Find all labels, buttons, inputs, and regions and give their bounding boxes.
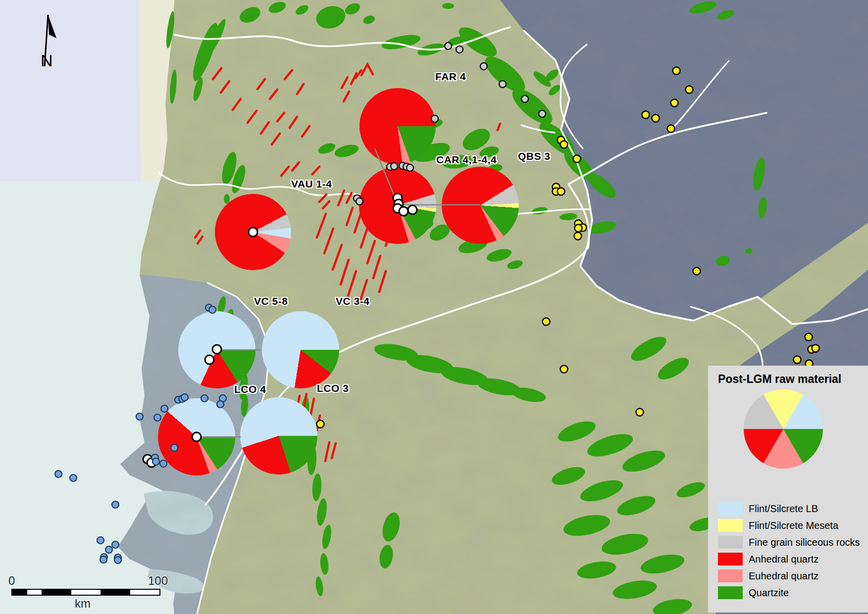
blue-site-dot [161,405,168,412]
north-arrow: N [35,11,64,73]
legend-item-anhedral: Anhedral quartz [718,551,862,567]
blue-site-dot [100,556,107,563]
legend-item-euhedral: Euhedral quartz [718,567,862,584]
yellow-site-dot [317,421,324,428]
scale-segment [27,590,42,595]
yellow-site-dot [667,125,675,133]
blue-site-dot [55,471,62,477]
yellow-site-dot [805,333,813,341]
yellow-site-dot [652,115,660,122]
yellow-site-dot [636,409,644,416]
yellow-site-dot [558,188,565,195]
yellow-site-dot [794,356,801,364]
scale-bar-segments [11,589,160,596]
legend-swatch-quartzite [718,586,743,599]
scale-end-label: 100 [148,574,168,588]
scale-segment [101,590,130,595]
scale-bar: 0 100 km [11,574,170,612]
legend-swatch-flint_lb [718,502,743,515]
blue-site-dot [154,414,161,421]
yellow-site-dot [671,99,678,107]
yellow-site-dot [543,318,550,326]
legend-item-quartzite: Quartzite [718,584,862,601]
legend-label-flint_meseta: Flint/Silcrete Meseta [749,520,838,531]
legend-label-quartzite: Quartzite [749,587,789,599]
blue-site-dot [153,458,159,465]
blue-site-dot [217,401,224,408]
legend-label-fine_grain: Fine grain siliceous rocks [749,537,860,548]
blue-site-dot [160,460,167,467]
yellow-site-dot [686,86,693,94]
legend-item-flint_meseta: Flint/Silcrete Meseta [718,517,862,534]
north-arrow-label: N [41,51,53,70]
blue-site-dot [114,557,121,564]
blue-site-dot [171,444,178,451]
scale-segment [130,590,159,595]
gray-site-dot [539,110,546,117]
legend-swatch-anhedral [718,553,743,566]
white-site-dot [399,207,408,216]
gray-site-dot [499,81,506,88]
scale-segment [12,590,27,595]
legend-items: Flint/Silcrete LBFlint/Silcrete MesetaFi… [718,500,862,601]
legend-panel: Post-LGM raw material Flint/Silcrete LBF… [708,366,868,613]
white-site-dot [212,345,221,354]
gray-site-dot [431,115,438,122]
scale-segment [42,590,71,595]
yellow-site-dot [642,111,650,119]
yellow-site-dot [812,345,819,352]
white-site-dot [408,205,417,214]
yellow-site-dot [573,155,581,163]
yellow-site-dot [574,233,582,240]
blue-site-dot [209,306,216,313]
map-figure: FAR 4CAR 4,1-4,4QBS 3VAU 1-4VC 5-8VC 3-4… [0,0,868,614]
scale-unit-label: km [75,597,91,611]
legend-item-fine_grain: Fine grain siliceous rocks [718,534,862,551]
white-site-dot [192,432,201,441]
gray-site-dot [356,198,363,205]
legend-pie-chart [744,389,823,469]
scale-start-label: 0 [8,574,15,588]
blue-site-dot [112,541,119,548]
yellow-site-dot [561,141,568,148]
blue-site-dot [112,501,119,508]
leader-lines [197,148,480,437]
legend-item-flint_lb: Flint/Silcrete LB [718,500,862,517]
yellow-site-dot [561,366,568,373]
blue-site-dot [105,546,112,553]
blue-site-dot [97,537,104,544]
yellow-site-dot [693,268,701,275]
legend-label-anhedral: Anhedral quartz [749,554,818,565]
legend-swatch-fine_grain [718,536,743,549]
blue-site-dot [136,413,143,420]
north-arrow-pennant [48,15,56,38]
legend-swatch-euhedral [718,569,743,582]
gray-site-dot [456,46,463,53]
gray-site-dot [407,164,413,171]
legend-swatch-flint_meseta [718,519,743,532]
site-dots [55,43,819,564]
yellow-site-dot [673,67,680,75]
blue-site-dot [201,395,208,402]
gray-site-dot [480,63,487,70]
legend-label-flint_lb: Flint/Silcrete LB [749,503,818,515]
scale-segment [71,590,101,595]
white-site-dot [249,228,257,236]
legend-label-euhedral: Euhedral quartz [749,570,818,582]
white-site-dot [205,355,214,364]
blue-site-dot [70,474,77,481]
blue-site-dot [181,394,188,401]
gray-site-dot [521,95,528,102]
legend-title: Post-LGM raw material [718,373,868,386]
yellow-site-dot [575,225,582,232]
gray-site-dot [391,163,398,170]
gray-site-dot [445,43,452,49]
